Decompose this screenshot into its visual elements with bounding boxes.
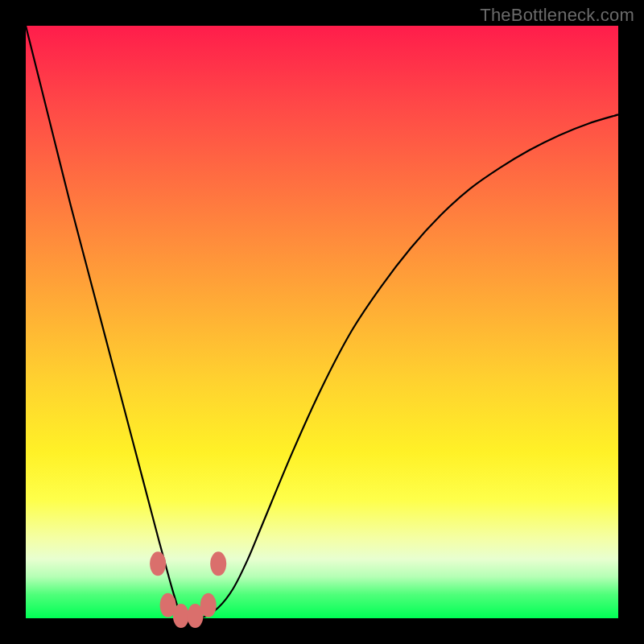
- chart-svg: [26, 26, 618, 618]
- curve-marker: [150, 551, 166, 576]
- watermark-text: TheBottleneck.com: [480, 5, 634, 26]
- chart-frame: TheBottleneck.com: [0, 0, 644, 644]
- curve-marker: [173, 604, 189, 628]
- chart-plot-area: [26, 26, 618, 618]
- bottleneck-curve: [26, 26, 618, 619]
- curve-marker: [200, 593, 217, 617]
- curve-marker: [210, 551, 226, 576]
- curve-markers: [150, 551, 226, 628]
